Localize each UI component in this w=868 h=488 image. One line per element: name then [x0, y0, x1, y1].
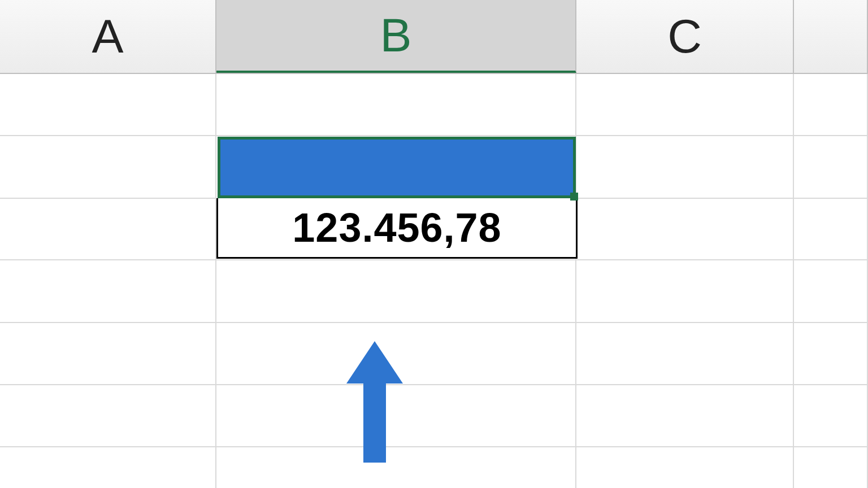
- column-label-a: A: [92, 9, 123, 64]
- svg-marker-0: [346, 341, 403, 463]
- row-4: [0, 260, 868, 323]
- cell-c3[interactable]: [576, 199, 794, 259]
- cell-value-text: 123.456,78: [292, 204, 501, 251]
- grid-body: 123.456,78: [0, 74, 868, 488]
- column-header-row: A B C: [0, 0, 868, 74]
- column-header-a[interactable]: A: [0, 0, 216, 73]
- cell-d2[interactable]: [794, 136, 868, 198]
- row-5: [0, 323, 868, 385]
- arrow-up-icon: [346, 341, 403, 465]
- cell-d6[interactable]: [794, 385, 868, 446]
- column-header-b[interactable]: B: [216, 0, 576, 73]
- cell-c5[interactable]: [576, 323, 794, 384]
- active-cell-selection[interactable]: [218, 137, 576, 198]
- row-7: [0, 447, 868, 488]
- cell-a4[interactable]: [0, 260, 216, 322]
- cell-d5[interactable]: [794, 323, 868, 384]
- cell-b4[interactable]: [216, 260, 576, 322]
- cell-a2[interactable]: [0, 136, 216, 198]
- cell-c4[interactable]: [576, 260, 794, 322]
- cell-b3-value-display[interactable]: 123.456,78: [216, 198, 578, 259]
- row-6: [0, 385, 868, 447]
- cell-a1[interactable]: [0, 74, 216, 135]
- cell-d3[interactable]: [794, 199, 868, 259]
- cell-c7[interactable]: [576, 447, 794, 488]
- cell-a5[interactable]: [0, 323, 216, 384]
- cell-d1[interactable]: [794, 74, 868, 135]
- cell-a6[interactable]: [0, 385, 216, 446]
- row-1: [0, 74, 868, 136]
- column-label-b: B: [380, 8, 411, 63]
- fill-handle[interactable]: [570, 193, 578, 201]
- cell-d7[interactable]: [794, 447, 868, 488]
- cell-c1[interactable]: [576, 74, 794, 135]
- column-label-c: C: [667, 9, 702, 64]
- spreadsheet-grid: A B C: [0, 0, 868, 488]
- cell-a3[interactable]: [0, 199, 216, 259]
- column-header-c[interactable]: C: [576, 0, 794, 73]
- cell-d4[interactable]: [794, 260, 868, 322]
- cell-c2[interactable]: [576, 136, 794, 198]
- cell-c6[interactable]: [576, 385, 794, 446]
- cell-b1[interactable]: [216, 74, 576, 135]
- column-header-d[interactable]: [794, 0, 868, 73]
- cell-a7[interactable]: [0, 447, 216, 488]
